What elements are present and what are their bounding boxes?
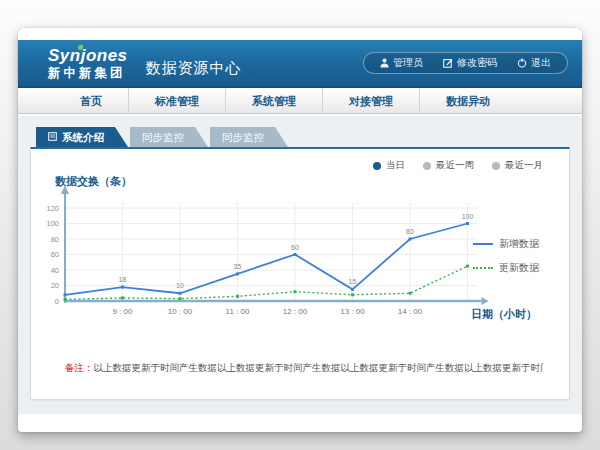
main-window: Synjones 新中新集团 数据资源中心 管理员 修改密码 退出 — [18, 28, 582, 432]
filter-today-label: 当日 — [386, 159, 405, 172]
note-text: 以上数据更新于时间产生数据以上数据更新于时间产生数据以上数据更新于时间产生数据以… — [94, 362, 544, 373]
app-header: Synjones 新中新集团 数据资源中心 管理员 修改密码 退出 — [18, 40, 582, 88]
change-password[interactable]: 修改密码 — [433, 55, 507, 71]
filter-last-week-label: 最近一周 — [436, 159, 474, 172]
data-point — [121, 286, 124, 289]
point-label: 60 — [291, 244, 299, 251]
change-password-label: 修改密码 — [457, 56, 497, 70]
legend-update-data: 更新数据 — [473, 261, 557, 275]
legend-new-data-label: 新增数据 — [499, 237, 539, 251]
y-tick-label: 40 — [51, 266, 59, 275]
data-point — [466, 265, 469, 268]
logout-button[interactable]: 退出 — [507, 55, 561, 71]
document-icon — [48, 127, 57, 147]
filter-today[interactable]: 当日 — [373, 159, 405, 172]
user-menu: 管理员 修改密码 退出 — [363, 52, 568, 74]
chart-legend: 新增数据 更新数据 — [473, 237, 557, 285]
radio-dot-selected — [373, 162, 381, 170]
data-point — [64, 298, 67, 301]
x-axis-arrow-icon — [482, 297, 489, 305]
y-tick-label: 20 — [51, 281, 59, 290]
content-area: 系统介绍 同步监控 同步监控 当日 最近一周 最近一月 数据交换 — [18, 116, 582, 414]
y-axis-arrow-icon — [61, 185, 69, 194]
filter-last-month[interactable]: 最近一月 — [492, 159, 543, 172]
filter-last-week[interactable]: 最近一周 — [423, 159, 474, 172]
x-tick-label: 12 : 00 — [283, 307, 308, 316]
data-point — [351, 293, 354, 296]
window-top-strip — [18, 28, 582, 40]
nav-item-system-mgmt[interactable]: 系统管理 — [225, 88, 322, 113]
user-icon — [380, 58, 389, 68]
x-tick-label: 13 : 00 — [340, 307, 365, 316]
data-point — [294, 290, 297, 293]
nav-item-standard-mgmt[interactable]: 标准管理 — [128, 88, 225, 113]
legend-swatch-new — [473, 243, 493, 245]
x-tick-label: 14 : 00 — [398, 307, 423, 316]
point-label: 100 — [462, 213, 474, 220]
x-tick-label: 10 : 00 — [168, 307, 193, 316]
nav-item-data-change[interactable]: 数据异动 — [419, 88, 516, 113]
radio-dot — [423, 162, 431, 170]
note-prefix: 备注： — [65, 362, 94, 373]
data-point — [351, 288, 354, 291]
y-tick-label: 80 — [51, 235, 59, 244]
legend-swatch-update — [473, 267, 493, 269]
point-label: 15 — [349, 278, 357, 285]
user-menu-admin[interactable]: 管理员 — [370, 55, 433, 71]
nav-item-interface-mgmt[interactable]: 对接管理 — [322, 88, 419, 113]
line-chart: 0204060801001209 : 0010 : 0011 : 0012 : … — [43, 181, 513, 331]
logo-text-en: Synjones — [48, 47, 128, 64]
point-label: 18 — [119, 276, 127, 283]
x-tick-label: 9 : 00 — [112, 307, 133, 316]
data-point — [409, 292, 412, 295]
filter-last-month-label: 最近一月 — [505, 159, 543, 172]
y-tick-label: 60 — [51, 250, 59, 259]
data-point — [64, 293, 67, 296]
y-tick-label: 100 — [46, 219, 59, 228]
chart-panel: 当日 最近一周 最近一月 数据交换（条） 日期（小时） 020406080100… — [30, 147, 570, 400]
page-title: 数据资源中心 — [146, 59, 242, 78]
main-nav: 首页 标准管理 系统管理 对接管理 数据异动 — [18, 88, 582, 114]
edit-icon — [443, 58, 453, 68]
data-point — [466, 222, 469, 225]
time-range-filters: 当日 最近一周 最近一月 — [373, 159, 543, 172]
data-point — [236, 272, 239, 275]
tab-sync-monitor-1[interactable]: 同步监控 — [130, 127, 208, 147]
tab-system-intro-label: 系统介绍 — [62, 127, 104, 147]
tab-sync-monitor-2[interactable]: 同步监控 — [210, 127, 288, 147]
legend-update-data-label: 更新数据 — [499, 261, 539, 275]
nav-item-home[interactable]: 首页 — [54, 88, 128, 113]
data-point — [179, 297, 182, 300]
data-point — [409, 238, 412, 241]
logout-icon — [517, 58, 527, 68]
tab-bar: 系统介绍 同步监控 同步监控 — [36, 127, 570, 147]
logo-leaf-icon — [78, 45, 83, 50]
logout-label: 退出 — [531, 56, 551, 70]
user-menu-admin-label: 管理员 — [393, 56, 423, 70]
logo-text-cn: 新中新集团 — [48, 67, 128, 80]
point-label: 10 — [176, 282, 184, 289]
y-tick-label: 120 — [46, 204, 59, 213]
data-point — [236, 295, 239, 298]
company-logo: Synjones 新中新集团 — [48, 47, 128, 80]
legend-new-data: 新增数据 — [473, 237, 557, 251]
footer-note: 备注：以上数据更新于时间产生数据以上数据更新于时间产生数据以上数据更新于时间产生… — [65, 362, 543, 375]
data-point — [294, 253, 297, 256]
y-tick-label: 0 — [55, 297, 59, 306]
x-tick-label: 11 : 00 — [226, 307, 250, 316]
point-label: 35 — [234, 263, 242, 270]
data-point — [179, 292, 182, 295]
tab-system-intro[interactable]: 系统介绍 — [36, 127, 128, 147]
point-label: 80 — [406, 228, 414, 235]
radio-dot — [492, 162, 500, 170]
data-point — [121, 296, 124, 299]
